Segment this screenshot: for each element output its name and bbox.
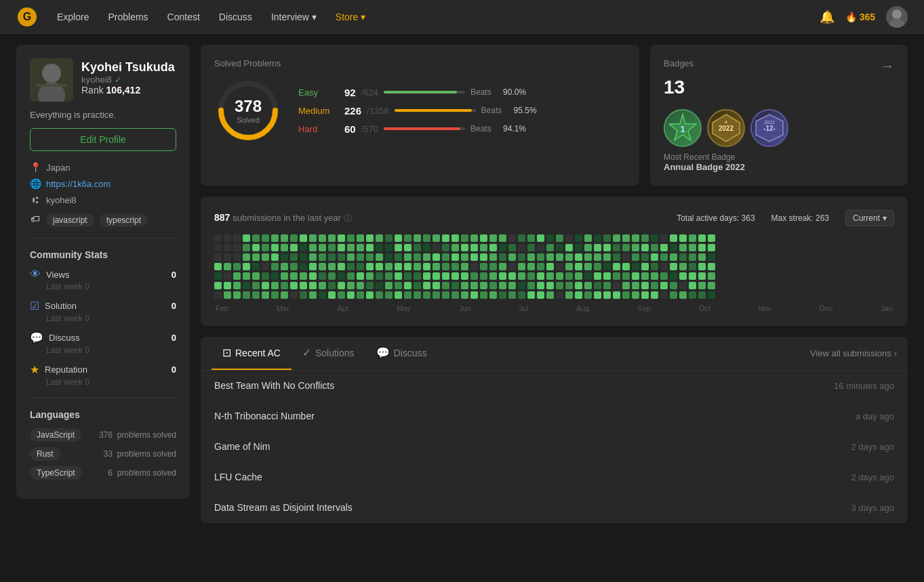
heatmap-cell[interactable] bbox=[290, 272, 298, 280]
heatmap-cell[interactable] bbox=[224, 282, 231, 289]
heatmap-cell[interactable] bbox=[319, 282, 326, 289]
heatmap-cell[interactable] bbox=[537, 282, 544, 289]
heatmap-cell[interactable] bbox=[357, 282, 364, 289]
heatmap-cell[interactable] bbox=[660, 253, 668, 261]
heatmap-cell[interactable] bbox=[252, 291, 260, 299]
heatmap-cell[interactable] bbox=[395, 291, 402, 299]
heatmap-cell[interactable] bbox=[338, 244, 345, 251]
nav-store[interactable]: Store ▾ bbox=[327, 7, 374, 26]
heatmap-cell[interactable] bbox=[470, 291, 478, 299]
heatmap-cell[interactable] bbox=[347, 234, 355, 242]
heatmap-cell[interactable] bbox=[603, 272, 611, 280]
heatmap-cell[interactable] bbox=[651, 253, 658, 261]
heatmap-cell[interactable] bbox=[679, 291, 687, 299]
heatmap-cell[interactable] bbox=[461, 291, 468, 299]
heatmap-cell[interactable] bbox=[404, 291, 411, 299]
heatmap-cell[interactable] bbox=[527, 244, 535, 251]
heatmap-cell[interactable] bbox=[594, 253, 601, 261]
table-row[interactable]: N-th Tribonacci Number a day ago bbox=[201, 401, 908, 432]
heatmap-cell[interactable] bbox=[461, 253, 468, 261]
heatmap-cell[interactable] bbox=[252, 244, 260, 251]
heatmap-cell[interactable] bbox=[347, 263, 355, 270]
heatmap-cell[interactable] bbox=[433, 234, 440, 242]
heatmap-cell[interactable] bbox=[622, 253, 630, 261]
heatmap-cell[interactable] bbox=[224, 263, 231, 270]
heatmap-cell[interactable] bbox=[546, 272, 554, 280]
heatmap-cell[interactable] bbox=[565, 291, 573, 299]
heatmap-cell[interactable] bbox=[556, 253, 563, 261]
heatmap-cell[interactable] bbox=[499, 282, 506, 289]
heatmap-cell[interactable] bbox=[271, 263, 279, 270]
heatmap-cell[interactable] bbox=[233, 234, 241, 242]
heatmap-cell[interactable] bbox=[252, 253, 260, 261]
heatmap-cell[interactable] bbox=[632, 253, 639, 261]
heatmap-cell[interactable] bbox=[376, 282, 383, 289]
heatmap-cell[interactable] bbox=[584, 244, 592, 251]
heatmap-cell[interactable] bbox=[309, 291, 317, 299]
heatmap-cell[interactable] bbox=[347, 253, 355, 261]
heatmap-cell[interactable] bbox=[575, 253, 582, 261]
heatmap-cell[interactable] bbox=[309, 263, 317, 270]
heatmap-cell[interactable] bbox=[489, 272, 497, 280]
heatmap-cell[interactable] bbox=[689, 244, 696, 251]
heatmap-cell[interactable] bbox=[622, 234, 630, 242]
heatmap-cell[interactable] bbox=[423, 244, 430, 251]
heatmap-cell[interactable] bbox=[423, 282, 430, 289]
heatmap-cell[interactable] bbox=[328, 253, 336, 261]
heatmap-cell[interactable] bbox=[546, 282, 554, 289]
heatmap-cell[interactable] bbox=[300, 234, 307, 242]
heatmap-cell[interactable] bbox=[357, 244, 364, 251]
heatmap-cell[interactable] bbox=[300, 263, 307, 270]
heatmap-cell[interactable] bbox=[233, 282, 241, 289]
heatmap-cell[interactable] bbox=[252, 263, 260, 270]
heatmap-cell[interactable] bbox=[698, 263, 706, 270]
heatmap-cell[interactable] bbox=[395, 244, 402, 251]
heatmap-cell[interactable] bbox=[347, 291, 355, 299]
heatmap-cell[interactable] bbox=[508, 234, 516, 242]
heatmap-cell[interactable] bbox=[518, 244, 525, 251]
heatmap-cell[interactable] bbox=[689, 272, 696, 280]
heatmap-cell[interactable] bbox=[442, 291, 449, 299]
heatmap-cell[interactable] bbox=[414, 253, 421, 261]
heatmap-cell[interactable] bbox=[584, 272, 592, 280]
heatmap-cell[interactable] bbox=[480, 244, 487, 251]
heatmap-cell[interactable] bbox=[679, 272, 687, 280]
heatmap-cell[interactable] bbox=[328, 291, 336, 299]
heatmap-cell[interactable] bbox=[271, 253, 279, 261]
heatmap-cell[interactable] bbox=[442, 282, 449, 289]
heatmap-cell[interactable] bbox=[689, 263, 696, 270]
heatmap-cell[interactable] bbox=[328, 234, 336, 242]
heatmap-cell[interactable] bbox=[214, 263, 222, 270]
heatmap-cell[interactable] bbox=[480, 263, 487, 270]
heatmap-cell[interactable] bbox=[357, 253, 364, 261]
nav-discuss[interactable]: Discuss bbox=[211, 7, 260, 26]
heatmap-cell[interactable] bbox=[309, 272, 317, 280]
heatmap-cell[interactable] bbox=[546, 234, 554, 242]
heatmap-cell[interactable] bbox=[518, 263, 525, 270]
heatmap-cell[interactable] bbox=[565, 244, 573, 251]
heatmap-cell[interactable] bbox=[651, 234, 658, 242]
heatmap-cell[interactable] bbox=[641, 282, 649, 289]
heatmap-cell[interactable] bbox=[708, 291, 715, 299]
heatmap-cell[interactable] bbox=[689, 291, 696, 299]
heatmap-cell[interactable] bbox=[480, 253, 487, 261]
heatmap-cell[interactable] bbox=[233, 291, 241, 299]
tag-javascript[interactable]: javascript bbox=[46, 213, 94, 227]
heatmap-cell[interactable] bbox=[556, 234, 563, 242]
heatmap-cell[interactable] bbox=[281, 272, 288, 280]
heatmap-cell[interactable] bbox=[546, 253, 554, 261]
heatmap-cell[interactable] bbox=[423, 263, 430, 270]
heatmap-cell[interactable] bbox=[233, 263, 241, 270]
heatmap-cell[interactable] bbox=[651, 244, 658, 251]
heatmap-cell[interactable] bbox=[357, 234, 364, 242]
heatmap-cell[interactable] bbox=[537, 234, 544, 242]
heatmap-cell[interactable] bbox=[575, 263, 582, 270]
heatmap-cell[interactable] bbox=[338, 272, 345, 280]
heatmap-cell[interactable] bbox=[480, 272, 487, 280]
heatmap-cell[interactable] bbox=[414, 263, 421, 270]
heatmap-cell[interactable] bbox=[214, 234, 222, 242]
heatmap-cell[interactable] bbox=[319, 291, 326, 299]
heatmap-cell[interactable] bbox=[622, 291, 630, 299]
heatmap-cell[interactable] bbox=[660, 263, 668, 270]
heatmap-cell[interactable] bbox=[622, 282, 630, 289]
